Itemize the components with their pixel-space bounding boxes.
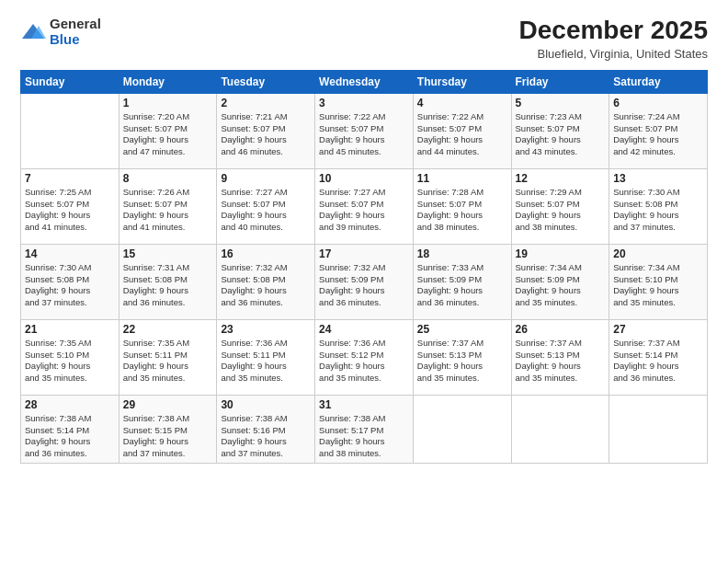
day-number: 16 [221,247,311,260]
header: General Blue December 2025 Bluefield, Vi… [20,17,708,61]
calendar-cell: 29Sunrise: 7:38 AMSunset: 5:15 PMDayligh… [119,395,217,463]
days-header-row: SundayMondayTuesdayWednesdayThursdayFrid… [21,70,708,93]
day-number: 7 [25,172,115,185]
day-info: Sunrise: 7:36 AMSunset: 5:12 PMDaylight:… [319,338,409,385]
calendar-cell: 11Sunrise: 7:28 AMSunset: 5:07 PMDayligh… [413,168,511,244]
calendar-cell: 22Sunrise: 7:35 AMSunset: 5:11 PMDayligh… [119,319,217,395]
day-number: 12 [516,172,606,185]
day-number: 18 [417,247,507,260]
day-number: 26 [516,323,606,336]
day-info: Sunrise: 7:38 AMSunset: 5:15 PMDaylight:… [123,413,213,460]
logo-blue: Blue [50,32,101,48]
day-header-monday: Monday [119,70,217,93]
day-number: 1 [123,97,213,109]
day-number: 29 [123,398,213,411]
calendar-cell: 9Sunrise: 7:27 AMSunset: 5:07 PMDaylight… [217,168,315,244]
day-info: Sunrise: 7:37 AMSunset: 5:14 PMDaylight:… [613,338,703,385]
day-header-tuesday: Tuesday [217,70,315,93]
day-info: Sunrise: 7:35 AMSunset: 5:11 PMDaylight:… [123,338,213,385]
day-number: 25 [417,323,507,336]
calendar-week-1: 1Sunrise: 7:20 AMSunset: 5:07 PMDaylight… [21,93,708,168]
day-number: 5 [516,97,606,109]
page: General Blue December 2025 Bluefield, Vi… [0,0,728,563]
day-number: 23 [221,323,311,336]
calendar-cell [511,395,609,463]
day-number: 24 [319,323,409,336]
calendar-cell: 28Sunrise: 7:38 AMSunset: 5:14 PMDayligh… [21,395,119,463]
day-number: 4 [417,97,507,109]
day-number: 11 [417,172,507,185]
calendar-table: SundayMondayTuesdayWednesdayThursdayFrid… [20,70,708,464]
calendar-cell: 15Sunrise: 7:31 AMSunset: 5:08 PMDayligh… [119,244,217,319]
day-number: 3 [319,97,409,109]
day-number: 22 [123,323,213,336]
calendar-cell: 12Sunrise: 7:29 AMSunset: 5:07 PMDayligh… [511,168,609,244]
day-info: Sunrise: 7:23 AMSunset: 5:07 PMDaylight:… [516,111,606,158]
day-number: 2 [221,97,311,109]
logo-icon [20,22,46,42]
day-info: Sunrise: 7:25 AMSunset: 5:07 PMDaylight:… [25,187,115,234]
calendar-week-4: 21Sunrise: 7:35 AMSunset: 5:10 PMDayligh… [21,319,708,395]
day-number: 20 [613,247,703,260]
day-info: Sunrise: 7:33 AMSunset: 5:09 PMDaylight:… [417,262,507,309]
calendar-cell: 7Sunrise: 7:25 AMSunset: 5:07 PMDaylight… [21,168,119,244]
day-info: Sunrise: 7:29 AMSunset: 5:07 PMDaylight:… [516,187,606,234]
day-info: Sunrise: 7:36 AMSunset: 5:11 PMDaylight:… [221,338,311,385]
day-number: 15 [123,247,213,260]
calendar-cell [609,395,708,463]
calendar-week-3: 14Sunrise: 7:30 AMSunset: 5:08 PMDayligh… [21,244,708,319]
day-header-saturday: Saturday [609,70,708,93]
day-info: Sunrise: 7:37 AMSunset: 5:13 PMDaylight:… [516,338,606,385]
day-info: Sunrise: 7:22 AMSunset: 5:07 PMDaylight:… [319,111,409,158]
calendar-cell: 1Sunrise: 7:20 AMSunset: 5:07 PMDaylight… [119,93,217,168]
day-info: Sunrise: 7:31 AMSunset: 5:08 PMDaylight:… [123,262,213,309]
calendar-cell [21,93,119,168]
day-number: 9 [221,172,311,185]
calendar-cell: 27Sunrise: 7:37 AMSunset: 5:14 PMDayligh… [609,319,708,395]
day-info: Sunrise: 7:30 AMSunset: 5:08 PMDaylight:… [613,187,703,234]
day-number: 21 [25,323,115,336]
calendar-cell: 4Sunrise: 7:22 AMSunset: 5:07 PMDaylight… [413,93,511,168]
day-info: Sunrise: 7:28 AMSunset: 5:07 PMDaylight:… [417,187,507,234]
calendar-cell: 6Sunrise: 7:24 AMSunset: 5:07 PMDaylight… [609,93,708,168]
day-info: Sunrise: 7:35 AMSunset: 5:10 PMDaylight:… [25,338,115,385]
day-info: Sunrise: 7:37 AMSunset: 5:13 PMDaylight:… [417,338,507,385]
day-info: Sunrise: 7:22 AMSunset: 5:07 PMDaylight:… [417,111,507,158]
day-header-sunday: Sunday [21,70,119,93]
calendar-cell: 18Sunrise: 7:33 AMSunset: 5:09 PMDayligh… [413,244,511,319]
day-header-friday: Friday [511,70,609,93]
day-info: Sunrise: 7:20 AMSunset: 5:07 PMDaylight:… [123,111,213,158]
calendar-cell: 3Sunrise: 7:22 AMSunset: 5:07 PMDaylight… [315,93,414,168]
day-info: Sunrise: 7:34 AMSunset: 5:09 PMDaylight:… [516,262,606,309]
calendar-cell: 2Sunrise: 7:21 AMSunset: 5:07 PMDaylight… [217,93,315,168]
calendar-cell: 16Sunrise: 7:32 AMSunset: 5:08 PMDayligh… [217,244,315,319]
day-info: Sunrise: 7:38 AMSunset: 5:14 PMDaylight:… [25,413,115,460]
logo: General Blue [20,17,101,47]
day-number: 13 [613,172,703,185]
title-block: December 2025 Bluefield, Virginia, Unite… [519,17,708,61]
calendar-cell: 17Sunrise: 7:32 AMSunset: 5:09 PMDayligh… [315,244,414,319]
day-info: Sunrise: 7:24 AMSunset: 5:07 PMDaylight:… [613,111,703,158]
month-title: December 2025 [519,17,708,45]
location: Bluefield, Virginia, United States [519,47,708,61]
calendar-cell: 19Sunrise: 7:34 AMSunset: 5:09 PMDayligh… [511,244,609,319]
day-info: Sunrise: 7:30 AMSunset: 5:08 PMDaylight:… [25,262,115,309]
day-info: Sunrise: 7:26 AMSunset: 5:07 PMDaylight:… [123,187,213,234]
day-info: Sunrise: 7:32 AMSunset: 5:09 PMDaylight:… [319,262,409,309]
calendar-cell: 5Sunrise: 7:23 AMSunset: 5:07 PMDaylight… [511,93,609,168]
day-info: Sunrise: 7:21 AMSunset: 5:07 PMDaylight:… [221,111,311,158]
calendar-cell: 20Sunrise: 7:34 AMSunset: 5:10 PMDayligh… [609,244,708,319]
day-info: Sunrise: 7:32 AMSunset: 5:08 PMDaylight:… [221,262,311,309]
calendar-cell: 23Sunrise: 7:36 AMSunset: 5:11 PMDayligh… [217,319,315,395]
day-info: Sunrise: 7:38 AMSunset: 5:16 PMDaylight:… [221,413,311,460]
day-number: 17 [319,247,409,260]
logo-general: General [50,17,101,32]
calendar-cell: 13Sunrise: 7:30 AMSunset: 5:08 PMDayligh… [609,168,708,244]
day-number: 6 [613,97,703,109]
calendar-week-2: 7Sunrise: 7:25 AMSunset: 5:07 PMDaylight… [21,168,708,244]
day-number: 31 [319,398,409,411]
day-number: 27 [613,323,703,336]
day-number: 8 [123,172,213,185]
day-info: Sunrise: 7:27 AMSunset: 5:07 PMDaylight:… [319,187,409,234]
calendar-cell: 10Sunrise: 7:27 AMSunset: 5:07 PMDayligh… [315,168,414,244]
